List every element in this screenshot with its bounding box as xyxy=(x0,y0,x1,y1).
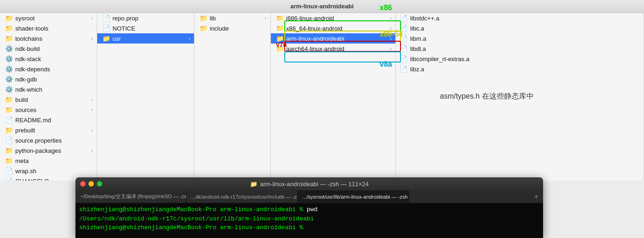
item-icon: 📄 xyxy=(5,168,13,174)
lib-file-icon: 📄 xyxy=(400,15,408,21)
col1-item-ndk-which[interactable]: ⚙️ ndk-which xyxy=(0,84,97,94)
arrow-icon: › xyxy=(388,25,392,31)
finder-window: arm-linux-androideabi 📁 sysroot › 📁 shad… xyxy=(0,0,644,181)
item-icon: 📁 xyxy=(5,25,13,31)
col1-item-ndk-gdb[interactable]: ⚙️ ndk-gdb xyxy=(0,74,97,84)
arrow-icon: › xyxy=(388,15,392,21)
item-icon: 📁 xyxy=(5,127,13,133)
lib-item-libdl.a[interactable]: 📄 libdl.a xyxy=(396,44,644,54)
item-icon: 📁 xyxy=(199,15,207,21)
terminal-line-2: shizhenjiang@shizhenjiangdeMacBook-Pro a… xyxy=(79,223,539,232)
col1-item-shader-tools[interactable]: 📁 shader-tools xyxy=(0,23,97,33)
terminal-folder-icon: 📁 xyxy=(250,181,257,188)
close-button[interactable] xyxy=(80,181,86,187)
col1-item-toolchains[interactable]: 📁 toolchains › xyxy=(0,33,97,44)
finder-column-4: 📁 i686-linux-android › 📁 x86_64-linux-an… xyxy=(271,13,396,181)
lib-item-libstdc++.a[interactable]: 📄 libstdc++.a xyxy=(396,13,644,23)
col1-item-prebuilt[interactable]: 📁 prebuilt › xyxy=(0,125,97,135)
item-icon: 📄 xyxy=(5,137,13,144)
item-icon: 📁 xyxy=(5,106,13,113)
terminal-window[interactable]: 📁 arm-linux-androideabi — -zsh — 111×24 … xyxy=(75,177,543,238)
col1-item-ndk-stack[interactable]: ⚙️ ndk-stack xyxy=(0,54,97,64)
col3-item-include[interactable]: 📁 include xyxy=(194,23,270,33)
lib-item-libz.a[interactable]: 📄 libz.a xyxy=(396,64,644,74)
col1-item-ndk-build[interactable]: ⚙️ ndk-build xyxy=(0,44,97,54)
finder-titlebar: arm-linux-androideabi xyxy=(0,0,644,13)
item-icon: ⚙️ xyxy=(5,86,13,93)
lib-file-icon: 📄 xyxy=(400,45,408,52)
terminal-tab[interactable]: ...dk/android-ndk-r17c/sysroot/usr/inclu… xyxy=(187,190,298,203)
item-icon: 📁 xyxy=(275,45,284,52)
lib-file-icon: 📄 xyxy=(400,35,408,42)
item-icon: 📁 xyxy=(5,15,13,21)
new-tab-button[interactable]: + xyxy=(530,193,543,201)
terminal-body[interactable]: shizhenjiang@shizhenjiangdeMacBook-Pro a… xyxy=(75,203,543,238)
arrow-icon: › xyxy=(187,36,190,41)
finder-title: arm-linux-androideabi xyxy=(290,3,354,10)
item-icon: 📁 xyxy=(199,25,207,31)
col1-item-meta[interactable]: 📁 meta xyxy=(0,156,97,166)
col2-item-usr[interactable]: 📁 usr › xyxy=(97,33,194,44)
arrow-icon: › xyxy=(89,127,93,133)
item-icon: 📁 xyxy=(275,15,284,21)
lib-file-icon: 📄 xyxy=(400,25,408,31)
lib-file-icon: 📄 xyxy=(400,66,408,72)
item-icon: 📁 xyxy=(5,96,13,103)
lib-item-libc.a[interactable]: 📄 libc.a xyxy=(396,23,644,33)
terminal-titlebar: 📁 arm-linux-androideabi — -zsh — 111×24 xyxy=(75,177,543,190)
arrow-icon: › xyxy=(388,46,392,51)
finder-column-2: 📄 repo.prop 📄 NOTICE 📁 usr › xyxy=(97,13,194,181)
arrow-icon: › xyxy=(89,148,93,153)
arrow-icon: › xyxy=(89,36,93,41)
finder-body: 📁 sysroot › 📁 shader-tools 📁 toolchains … xyxy=(0,13,644,181)
col1-item-wrap.sh[interactable]: 📄 wrap.sh xyxy=(0,166,97,176)
col1-item-sources[interactable]: 📁 sources › xyxy=(0,105,97,115)
item-icon: 📁 xyxy=(5,35,13,42)
col1-item-ndk-depends[interactable]: ⚙️ ndk-depends xyxy=(0,64,97,74)
minimize-button[interactable] xyxy=(88,181,94,187)
col4-item-x86_64-linux-android[interactable]: 📁 x86_64-linux-android › xyxy=(271,23,395,33)
item-icon: ⚙️ xyxy=(5,45,13,52)
terminal-title: 📁 arm-linux-androideabi — -zsh — 111×24 xyxy=(250,181,369,188)
finder-column-3: 📁 lib › 📁 include xyxy=(194,13,271,181)
item-icon: ⚙️ xyxy=(5,66,13,72)
arrow-icon: › xyxy=(388,36,392,41)
item-icon: 📄 xyxy=(5,178,13,181)
lib-file-icon: 📄 xyxy=(400,56,408,62)
col2-item-repo.prop[interactable]: 📄 repo.prop xyxy=(97,13,194,23)
col1-item-source.properties[interactable]: 📄 source.properties xyxy=(0,135,97,145)
col1-item-python-packages[interactable]: 📁 python-packages › xyxy=(0,145,97,156)
item-icon: ⚙️ xyxy=(5,76,13,82)
item-icon: 📁 xyxy=(102,35,110,42)
traffic-lights xyxy=(80,181,102,187)
arrow-icon: › xyxy=(89,15,93,21)
item-icon: 📁 xyxy=(275,35,284,42)
col1-item-sysroot[interactable]: 📁 sysroot › xyxy=(0,13,97,23)
item-icon: 📄 xyxy=(102,15,110,21)
lib-item-libcompiler_rt-extras.a[interactable]: 📄 libcompiler_rt-extras.a xyxy=(396,54,644,64)
item-icon: 📄 xyxy=(102,25,110,31)
finder-column-5: 📄 libstdc++.a 📄 libc.a 📄 libm.a 📄 libdl.… xyxy=(396,13,644,181)
col1-item-build[interactable]: 📁 build › xyxy=(0,94,97,105)
maximize-button[interactable] xyxy=(97,181,102,187)
terminal-tab[interactable]: .../sysroot/usr/lib/arm-linux-androideab… xyxy=(298,190,409,203)
col4-item-arm-linux-androideabi[interactable]: 📁 arm-linux-androideabi › xyxy=(271,33,395,44)
col4-item-aarch64-linux-android[interactable]: 📁 aarch64-linux-android › xyxy=(271,44,395,54)
col3-item-lib[interactable]: 📁 lib › xyxy=(194,13,270,23)
col2-item-notice[interactable]: 📄 NOTICE xyxy=(97,23,194,33)
item-icon: 📁 xyxy=(5,157,13,164)
item-icon: 📁 xyxy=(275,25,284,31)
terminal-tab[interactable]: ~/Desktop/blog/交叉编译 (ffmpeg)/mkSO — -zsh xyxy=(75,190,187,203)
terminal-line-0: shizhenjiang@shizhenjiangdeMacBook-Pro a… xyxy=(79,205,539,214)
col4-item-i686-linux-android[interactable]: 📁 i686-linux-android › xyxy=(271,13,395,23)
col1-item-readme.md[interactable]: 📄 README.md xyxy=(0,115,97,125)
finder-column-1: 📁 sysroot › 📁 shader-tools 📁 toolchains … xyxy=(0,13,97,181)
item-icon: 📁 xyxy=(5,147,13,154)
arrow-icon: › xyxy=(89,97,93,102)
arrow-icon: › xyxy=(263,15,267,21)
lib-item-libm.a[interactable]: 📄 libm.a xyxy=(396,33,644,44)
terminal-line-1: /Users/ndk/android-ndk-r17c/sysroot/usr/… xyxy=(79,214,539,224)
arrow-icon: › xyxy=(89,107,93,113)
item-icon: ⚙️ xyxy=(5,56,13,62)
terminal-tab-bar: ~/Desktop/blog/交叉编译 (ffmpeg)/mkSO — -zsh… xyxy=(75,190,543,203)
